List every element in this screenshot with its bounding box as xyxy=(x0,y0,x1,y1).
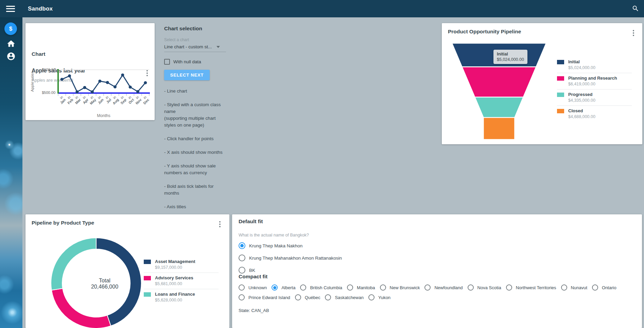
radio-icon[interactable] xyxy=(424,284,431,291)
legend-label: Closed xyxy=(568,108,595,113)
radio-label: Newfoundland xyxy=(434,285,463,290)
svg-text:Months: Months xyxy=(97,113,110,118)
radio-option-bk[interactable]: BK xyxy=(239,267,636,274)
radio-label: Prince Edward Island xyxy=(248,295,290,300)
apple-sales-line-chart[interactable]: $600.00$500.00inJaninFebinMarinAprinMayi… xyxy=(28,63,154,120)
legend-item[interactable]: Asset Management$9,157,000.00 xyxy=(144,257,219,273)
compact-fit-radio-group: UnknownAlbertaBritish ColumbiaManitobaNe… xyxy=(239,284,633,300)
radio-label: Krung Thep Maka Nakhon xyxy=(249,243,302,248)
radio-option-yukon[interactable]: Yukon xyxy=(368,294,390,300)
radio-option-ontario[interactable]: Ontario xyxy=(592,284,616,291)
legend-label: Planning and Research xyxy=(568,76,617,81)
radio-icon[interactable] xyxy=(468,284,474,291)
legend-item[interactable]: Progressed$4,335,000.00 xyxy=(557,89,632,106)
radio-icon[interactable] xyxy=(368,294,375,300)
radio-groups-card: Default fit What is the actual name of B… xyxy=(232,214,642,328)
legend-item[interactable]: Loans and Finance$5,628,000.00 xyxy=(144,289,219,305)
radio-option-krung-thep-maka-nakhon[interactable]: Krung Thep Maka Nakhon xyxy=(239,242,636,249)
chart-select-dropdown[interactable]: Line chart - custom st... xyxy=(164,44,226,52)
legend-swatch xyxy=(557,76,564,81)
svg-text:inJan: inJan xyxy=(56,95,66,105)
radio-option-alberta[interactable]: Alberta xyxy=(272,284,295,291)
svg-text:$500.00: $500.00 xyxy=(42,91,55,95)
donut-legend: Asset Management$9,157,000.00Advisory Se… xyxy=(144,257,219,305)
chart-note: - Bold axis tick labels for months xyxy=(164,183,226,197)
chart-note: - Styled with a custom class name (suppo… xyxy=(164,101,226,129)
legend-item[interactable]: Advisory Services$5,681,000.00 xyxy=(144,273,219,289)
radio-icon[interactable] xyxy=(380,284,386,291)
chart-tooltip: Initial $5,024,000.00 xyxy=(493,50,527,64)
legend-label: Initial xyxy=(568,59,595,64)
radio-option-nunavut[interactable]: Nunavut xyxy=(561,284,587,291)
donut-chart-card: Pipeline by Product Type Total 20,466,00… xyxy=(25,214,229,328)
radio-icon[interactable] xyxy=(239,267,245,274)
null-data-checkbox-row[interactable]: With null data xyxy=(164,59,226,65)
radio-icon[interactable] xyxy=(239,294,245,300)
compact-fit-heading: Compact fit xyxy=(239,274,636,280)
radio-label: New Brunswick xyxy=(390,285,420,290)
legend-value: $9,157,000.00 xyxy=(155,265,195,270)
radio-option-prince-edward-island[interactable]: Prince Edward Island xyxy=(239,294,290,300)
chevron-down-icon xyxy=(216,46,220,48)
radio-icon[interactable] xyxy=(561,284,567,291)
radio-option-saskatchewan[interactable]: Saskatchewan xyxy=(325,294,364,300)
donut-total-label: Total xyxy=(71,278,139,284)
radio-option-new-brunswick[interactable]: New Brunswick xyxy=(380,284,420,291)
radio-icon[interactable] xyxy=(239,284,245,291)
tooltip-value: $5,024,000.00 xyxy=(497,57,524,62)
chart-selection-panel: Chart selection Select a chart Line char… xyxy=(164,26,226,217)
legend-label: Loans and Finance xyxy=(155,292,195,297)
more-options-icon[interactable] xyxy=(631,29,636,37)
default-fit-radio-group: Krung Thep Maka NakhonKrung Thep Mahanak… xyxy=(239,242,636,274)
radio-selected-icon[interactable] xyxy=(239,242,245,249)
funnel-chart[interactable] xyxy=(442,23,557,144)
checkbox[interactable] xyxy=(164,59,170,65)
menu-icon[interactable] xyxy=(6,6,15,12)
radio-label: Ontario xyxy=(602,285,616,290)
state-text: State: CAN_AB xyxy=(239,308,636,313)
radio-icon[interactable] xyxy=(239,255,245,261)
radio-group-question: What is the actual name of Bangkok? xyxy=(239,233,636,237)
legend-label: Asset Management xyxy=(155,259,195,264)
radio-label: Alberta xyxy=(281,285,295,290)
radio-label: Nova Scotia xyxy=(477,285,501,290)
radio-label: Krung Thep Mahanakhon Amon Rattanakosin xyxy=(249,256,342,261)
radio-option-british-columbia[interactable]: British Columbia xyxy=(300,284,342,291)
radio-option-manitoba[interactable]: Manitoba xyxy=(347,284,375,291)
sidebar-item-sales[interactable]: $ xyxy=(4,22,17,35)
svg-text:$600.00: $600.00 xyxy=(42,68,55,72)
legend-item[interactable]: Closed$4,688,000.00 xyxy=(557,106,632,122)
radio-label: Northwest Territories xyxy=(516,285,556,290)
more-options-icon[interactable] xyxy=(218,220,222,229)
legend-item[interactable]: Planning and Research$6,419,000.00 xyxy=(557,73,632,89)
legend-label: Advisory Services xyxy=(155,275,193,280)
radio-icon[interactable] xyxy=(295,294,301,300)
search-icon[interactable] xyxy=(632,5,639,14)
radio-label: Saskatchewan xyxy=(335,295,364,300)
radio-option-northwest-territories[interactable]: Northwest Territories xyxy=(506,284,556,291)
radio-selected-icon[interactable] xyxy=(272,284,278,291)
radio-option-unknown[interactable]: Unknown xyxy=(239,284,267,291)
radio-icon[interactable] xyxy=(592,284,598,291)
home-icon xyxy=(6,39,16,48)
legend-value: $6,419,000.00 xyxy=(568,82,617,86)
radio-icon[interactable] xyxy=(347,284,353,291)
donut-total-value: 20,466,000 xyxy=(71,284,139,290)
radio-option-krung-thep-mahanakhon-amon-rattanakosin[interactable]: Krung Thep Mahanakhon Amon Rattanakosin xyxy=(239,255,636,261)
svg-text:Apple sales: Apple sales xyxy=(30,71,34,92)
default-fit-heading: Default fit xyxy=(239,218,636,225)
radio-option-newfoundland[interactable]: Newfoundland xyxy=(424,284,463,291)
radio-label: Manitoba xyxy=(357,285,375,290)
legend-value: $5,681,000.00 xyxy=(155,281,193,286)
legend-value: $5,024,000.00 xyxy=(568,65,595,70)
sidebar-item-home[interactable] xyxy=(6,39,16,48)
radio-icon[interactable] xyxy=(300,284,306,291)
radio-icon[interactable] xyxy=(325,294,331,300)
radio-icon[interactable] xyxy=(506,284,512,291)
sidebar-item-account[interactable] xyxy=(6,52,16,61)
legend-item[interactable]: Initial$5,024,000.00 xyxy=(557,57,632,73)
chart-note: - Line chart xyxy=(164,88,226,95)
radio-option-qu-bec[interactable]: Québec xyxy=(295,294,320,300)
radio-option-nova-scotia[interactable]: Nova Scotia xyxy=(468,284,501,291)
select-next-button[interactable]: SELECT NEXT xyxy=(164,70,210,80)
